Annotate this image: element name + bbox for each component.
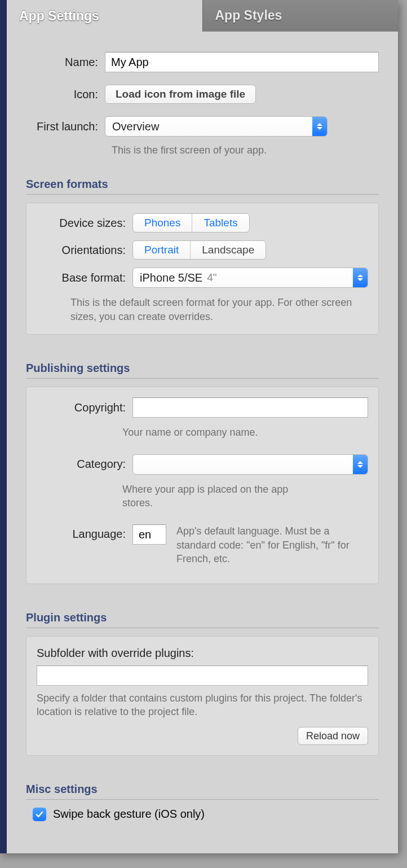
plugin-subfolder-label: Subfolder with override plugins: [37, 647, 368, 660]
category-hint: Where your app is placed on the app stor… [122, 483, 314, 510]
base-format-primary: iPhone 5/SE [140, 271, 202, 284]
copyright-label: Copyright: [37, 401, 132, 414]
plugin-hint: Specify a folder that contains custom pl… [37, 691, 368, 719]
plugin-subfolder-input[interactable] [37, 665, 368, 686]
reload-now-button[interactable]: Reload now [298, 727, 368, 745]
publishing-title: Publishing settings [26, 362, 379, 375]
seg-tablets[interactable]: Tablets [192, 214, 249, 232]
divider [26, 799, 379, 800]
divider [26, 378, 379, 379]
screen-formats-title: Screen formats [26, 178, 379, 191]
language-label: Language: [37, 524, 132, 541]
name-input[interactable] [105, 52, 379, 72]
screen-formats-panel: Device sizes: Phones Tablets Orientation… [26, 203, 379, 335]
language-input[interactable] [132, 524, 166, 545]
misc-title: Misc settings [26, 783, 379, 796]
plugin-title: Plugin settings [26, 611, 379, 624]
publishing-panel: Copyright: Your name or company name. Ca… [26, 387, 379, 584]
updown-icon [353, 455, 368, 474]
category-select[interactable] [132, 454, 368, 475]
divider [26, 628, 379, 628]
orientations-segmented: Portrait Landscape [132, 240, 266, 260]
base-format-secondary: 4" [207, 271, 216, 284]
tab-app-styles[interactable]: App Styles [202, 0, 399, 32]
seg-phones[interactable]: Phones [133, 214, 192, 232]
base-format-label: Base format: [37, 271, 132, 284]
seg-portrait[interactable]: Portrait [133, 241, 191, 259]
first-launch-hint: This is the first screen of your app. [112, 144, 379, 156]
device-sizes-segmented: Phones Tablets [132, 213, 250, 233]
copyright-hint: Your name or company name. [122, 426, 368, 439]
category-label: Category: [37, 458, 132, 471]
app-settings-window: App Settings App Styles Name: Icon: Load… [0, 0, 398, 853]
language-hint: App's default language. Must be a standa… [176, 524, 368, 565]
updown-icon [312, 117, 327, 136]
divider [26, 194, 379, 195]
plugin-panel: Subfolder with override plugins: Specify… [26, 636, 379, 756]
orientations-label: Orientations: [37, 244, 132, 257]
first-launch-label: First launch: [26, 120, 105, 133]
content-area: Name: Icon: Load icon from image file Fi… [7, 32, 398, 827]
base-format-select[interactable]: iPhone 5/SE 4" [132, 268, 368, 288]
swipe-back-checkbox[interactable] [33, 808, 46, 821]
first-launch-value: Overview [112, 120, 159, 133]
seg-landscape[interactable]: Landscape [191, 241, 266, 259]
screen-formats-hint: This is the default screen format for yo… [70, 296, 368, 324]
tab-bar: App Settings App Styles [7, 0, 398, 32]
name-label: Name: [26, 56, 105, 69]
updown-icon [353, 268, 368, 287]
tab-app-settings[interactable]: App Settings [7, 0, 202, 32]
device-sizes-label: Device sizes: [37, 217, 132, 230]
swipe-back-label: Swipe back gesture (iOS only) [53, 808, 205, 821]
check-icon [35, 810, 44, 819]
copyright-input[interactable] [132, 397, 368, 418]
load-icon-button[interactable]: Load icon from image file [105, 85, 256, 104]
icon-label: Icon: [26, 88, 105, 101]
first-launch-select[interactable]: Overview [105, 116, 328, 137]
